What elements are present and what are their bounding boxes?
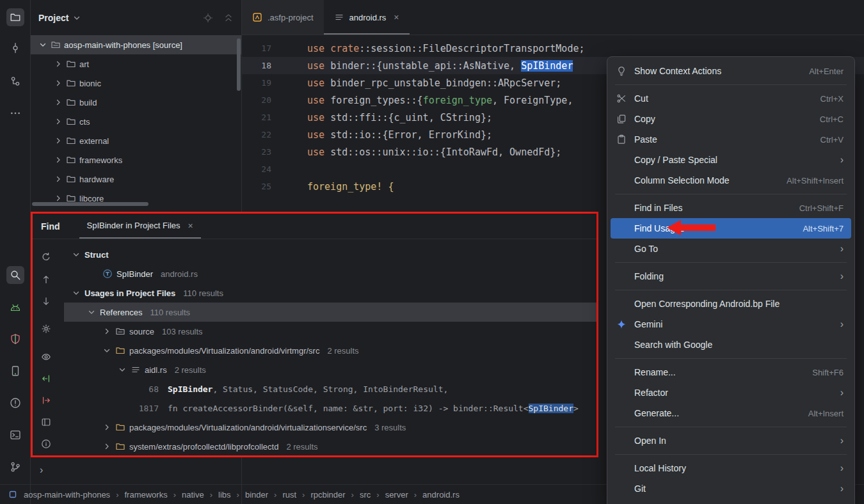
find-node-file-aidl[interactable]: aidl.rs 2 results (64, 360, 596, 379)
breadcrumb-item[interactable]: server (385, 490, 408, 500)
menu-item-git[interactable]: Git › (611, 478, 851, 499)
find-node-references[interactable]: References 110 results (64, 303, 596, 322)
navigate-with-single-click-icon[interactable] (37, 391, 55, 409)
project-tree-item[interactable]: hardware (31, 169, 241, 189)
find-group-usages[interactable]: Usages in Project Files 110 results (64, 283, 596, 303)
find-node-dir-profcollectd[interactable]: system/extras/profcollectd/libprofcollec… (64, 437, 596, 456)
menu-item-open-in[interactable]: Open In › (611, 430, 851, 451)
breadcrumb-item[interactable]: native (182, 490, 204, 500)
find-item-struct-spibinder[interactable]: SpIBinder android.rs (64, 264, 596, 283)
breadcrumb-item[interactable]: rpcbinder (310, 490, 345, 500)
breadcrumb-item[interactable]: binder (245, 490, 268, 500)
code-token: crate (330, 43, 359, 54)
find-settings-icon[interactable] (37, 320, 55, 338)
previous-occurrence-icon[interactable] (37, 271, 55, 288)
breadcrumb-item[interactable]: frameworks (124, 490, 167, 500)
chevron-down-icon[interactable] (72, 288, 81, 297)
chevron-right-icon[interactable] (54, 59, 63, 68)
breadcrumb-item[interactable]: android.rs (422, 490, 460, 500)
folder-icon (115, 345, 125, 356)
chevron-right-icon[interactable] (102, 423, 111, 432)
project-tree-item[interactable]: frameworks (31, 150, 241, 169)
project-tree-item[interactable]: bionic (31, 74, 241, 93)
menu-item-show-context-actions[interactable]: Show Context Actions Alt+Enter (611, 61, 851, 81)
tab-android-rs[interactable]: android.rs × (324, 0, 410, 35)
find-node-dir-virtualizationservice[interactable]: packages/modules/Virtualization/android/… (64, 418, 596, 437)
chevron-right-icon[interactable] (54, 79, 63, 88)
menu-item-local-history[interactable]: Local History › (611, 458, 851, 478)
menu-item-rename[interactable]: Rename... Shift+F6 (611, 362, 851, 382)
find-results-tab[interactable]: SpIBinder in Project Files × (79, 214, 201, 239)
menu-item-go-to[interactable]: Go To › (611, 239, 851, 259)
chevron-down-icon[interactable] (38, 40, 47, 49)
problems-tool-icon[interactable] (6, 394, 24, 412)
menu-item-open-corresponding-android-bp[interactable]: Open Corresponding Android.bp File (611, 294, 851, 314)
chevron-right-icon[interactable] (54, 155, 63, 164)
chevron-right-icon[interactable] (54, 117, 63, 126)
version-control-tool-icon[interactable] (6, 458, 24, 476)
horizontal-scrollbar[interactable] (32, 202, 148, 206)
structure-tool-icon[interactable] (6, 72, 24, 90)
chevron-right-icon[interactable] (54, 194, 63, 203)
close-find-tab-icon[interactable]: × (188, 221, 193, 231)
breadcrumb-item[interactable]: src (360, 490, 371, 500)
menu-item-folding[interactable]: Folding › (611, 266, 851, 287)
chevron-down-icon[interactable] (72, 13, 81, 22)
search-tool-icon[interactable] (6, 266, 24, 284)
project-tree-item[interactable]: art (31, 54, 241, 74)
rerun-search-icon[interactable] (37, 248, 55, 266)
find-usage-line[interactable]: 1817 fn createAccessorBinder(&self, name… (64, 398, 596, 418)
menu-item-generate[interactable]: Generate... Alt+Insert (611, 403, 851, 423)
menu-item-refactor[interactable]: Refactor › (611, 382, 851, 403)
project-tool-icon[interactable] (6, 8, 24, 26)
chevron-right-icon[interactable] (54, 98, 63, 107)
project-tree-item[interactable]: build (31, 93, 241, 112)
breadcrumb-item[interactable]: rust (282, 490, 296, 500)
menu-item-paste[interactable]: Paste Ctrl+V (611, 129, 851, 150)
menu-item-cut[interactable]: Cut Ctrl+X (611, 88, 851, 109)
chevron-right-icon[interactable] (102, 442, 111, 451)
autoscroll-to-source-icon[interactable] (37, 370, 55, 388)
menu-item-find-usages[interactable]: Find Usages Alt+Shift+7 (611, 218, 851, 239)
running-devices-icon[interactable] (6, 362, 24, 380)
chevron-right-icon[interactable] (54, 136, 63, 145)
logcat-tool-icon[interactable] (6, 298, 24, 316)
breadcrumb-item[interactable]: aosp-main-with-phones (24, 490, 110, 500)
find-group-struct[interactable]: Struct (64, 245, 596, 264)
menu-item-find-in-files[interactable]: Find in Files Ctrl+Shift+F (611, 198, 851, 218)
collapsed-node-chevron[interactable]: › (40, 464, 43, 476)
chevron-right-icon[interactable] (54, 175, 63, 184)
find-node-source[interactable]: source 103 results (64, 322, 596, 341)
project-tree-root[interactable]: aosp-main-with-phones [source] (31, 35, 241, 54)
next-occurrence-icon[interactable] (37, 292, 55, 310)
menu-item-column-selection-mode[interactable]: Column Selection Mode Alt+Shift+Insert (611, 170, 851, 191)
find-node-dir-virtmgr[interactable]: packages/modules/Virtualization/android/… (64, 341, 596, 360)
preview-usages-icon[interactable] (37, 348, 55, 366)
chevron-down-icon[interactable] (102, 346, 111, 355)
vertical-scrollbar[interactable] (237, 38, 241, 91)
menu-item-copy[interactable]: Copy Ctrl+C (611, 109, 851, 129)
breadcrumb-item[interactable]: libs (218, 490, 231, 500)
code-line[interactable]: 17 use crate::session::FileDescriptorTra… (242, 40, 864, 57)
app-quality-insights-icon[interactable] (6, 330, 24, 348)
open-in-new-tab-icon[interactable] (37, 413, 55, 431)
chevron-right-icon[interactable] (102, 327, 111, 336)
more-tools-icon[interactable] (6, 104, 24, 122)
locate-file-icon[interactable] (203, 13, 213, 23)
collapse-all-icon[interactable] (223, 13, 234, 23)
project-root-folder-icon (51, 40, 61, 50)
menu-item-copy-paste-special[interactable]: Copy / Paste Special › (611, 150, 851, 170)
terminal-tool-icon[interactable] (6, 426, 24, 444)
chevron-down-icon[interactable] (118, 365, 127, 374)
chevron-down-icon[interactable] (87, 308, 96, 317)
project-tree-item[interactable]: cts (31, 112, 241, 131)
menu-item-gemini[interactable]: Gemini › (611, 314, 851, 335)
chevron-down-icon[interactable] (72, 250, 81, 259)
project-tree-item[interactable]: external (31, 131, 241, 150)
close-tab-icon[interactable]: × (394, 12, 399, 22)
help-icon[interactable] (37, 435, 55, 453)
tab-asfp-project[interactable]: .asfp-project (242, 0, 324, 35)
commit-tool-icon[interactable] (6, 39, 24, 57)
menu-item-search-with-google[interactable]: Search with Google (611, 335, 851, 355)
find-usage-line[interactable]: 68 SpIBinder, Status, StatusCode, Strong… (64, 379, 596, 398)
